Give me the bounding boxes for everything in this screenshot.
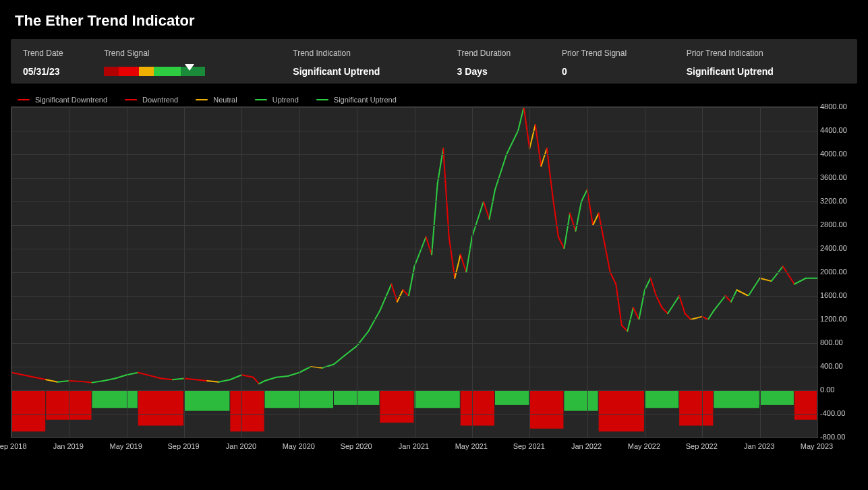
value-prior-indication: Significant Uptrend	[684, 65, 848, 78]
value-prior-signal: 0	[559, 65, 684, 78]
y-axis-tick-label: 4800.00	[820, 102, 847, 111]
x-axis-tick-label: Sep 2020	[341, 442, 372, 450]
svg-line-36	[196, 379, 207, 381]
svg-rect-0	[11, 390, 45, 431]
svg-rect-13	[564, 390, 598, 411]
svg-line-22	[34, 377, 46, 380]
svg-line-70	[495, 154, 507, 190]
svg-line-96	[656, 296, 662, 308]
svg-line-27	[92, 381, 104, 383]
legend-swatch	[196, 99, 208, 100]
svg-rect-12	[529, 390, 563, 429]
svg-rect-17	[714, 390, 759, 408]
col-header-prior-indication: Prior Trend Indication	[684, 46, 848, 65]
svg-line-64	[455, 255, 461, 278]
svg-line-73	[524, 107, 530, 148]
svg-line-82	[576, 202, 582, 231]
svg-line-25	[69, 381, 80, 381]
x-axis-tick-label: Jan 2019	[53, 442, 84, 450]
svg-line-95	[650, 278, 656, 296]
svg-line-52	[368, 311, 380, 332]
svg-line-88	[610, 272, 616, 284]
svg-line-76	[541, 148, 547, 166]
svg-line-20	[11, 373, 23, 375]
y-axis-tick-label: 400.00	[820, 362, 843, 370]
svg-line-105	[725, 296, 731, 302]
x-axis-tick-label: Sep 2019	[168, 442, 200, 450]
svg-rect-4	[184, 390, 229, 411]
svg-line-59	[426, 237, 432, 255]
svg-rect-16	[679, 390, 713, 426]
svg-line-104	[714, 296, 725, 311]
svg-line-80	[564, 214, 570, 249]
svg-line-98	[668, 296, 679, 313]
svg-line-53	[380, 284, 391, 311]
svg-line-24	[57, 381, 69, 382]
y-axis-tick-label: 1200.00	[820, 315, 847, 323]
col-header-trend-duration: Trend Duration	[455, 46, 559, 65]
svg-line-74	[529, 125, 536, 148]
legend-item: Significant Downtrend	[18, 96, 107, 104]
col-header-prior-signal: Prior Trend Signal	[559, 46, 684, 65]
chart-container: 4800.004400.004000.003600.003200.002800.…	[11, 106, 857, 457]
svg-line-33	[161, 379, 173, 380]
legend-label: Downtrend	[142, 96, 178, 104]
x-axis-tick-label: Jan 2021	[399, 442, 429, 450]
svg-line-45	[288, 373, 299, 376]
svg-line-86	[599, 214, 605, 243]
legend-item: Uptrend	[255, 96, 299, 104]
svg-line-69	[489, 190, 495, 220]
svg-line-51	[357, 332, 368, 346]
svg-line-57	[409, 266, 415, 296]
svg-rect-18	[760, 390, 794, 405]
y-axis-tick-label: 4400.00	[820, 126, 847, 134]
svg-line-85	[593, 214, 599, 226]
value-trend-signal	[101, 65, 290, 78]
svg-line-44	[277, 376, 288, 377]
legend-swatch	[18, 99, 30, 100]
svg-line-65	[461, 255, 467, 272]
svg-line-108	[749, 278, 760, 296]
svg-line-21	[23, 375, 34, 377]
svg-line-42	[259, 381, 265, 384]
svg-line-99	[679, 296, 685, 313]
svg-line-71	[507, 131, 518, 154]
svg-line-50	[345, 346, 357, 355]
svg-line-39	[230, 375, 241, 379]
chart-plot-area[interactable]	[11, 106, 818, 438]
x-axis-tick-label: May 2022	[628, 442, 660, 450]
svg-line-46	[299, 367, 311, 373]
svg-line-107	[737, 290, 749, 296]
x-axis-tick-label: Sep 2021	[513, 442, 545, 450]
x-axis-tick-label: Jan 2023	[744, 442, 774, 450]
svg-line-109	[760, 278, 772, 281]
svg-line-26	[80, 381, 92, 383]
svg-line-92	[633, 308, 639, 320]
y-axis-tick-label: 800.00	[820, 338, 843, 346]
svg-line-112	[794, 278, 806, 284]
legend-label: Uptrend	[272, 96, 299, 104]
svg-line-94	[645, 278, 651, 290]
x-axis-tick-label: Jan 2022	[571, 442, 602, 450]
y-axis-tick-label: 0.00	[820, 386, 834, 394]
y-axis-tick-label: 3600.00	[820, 173, 847, 181]
svg-line-100	[685, 313, 691, 319]
svg-rect-10	[461, 390, 494, 426]
x-axis-tick-label: May 2020	[283, 442, 315, 450]
y-axis-tick-label: 2800.00	[820, 220, 847, 228]
x-axis-tick-label: May 2021	[455, 442, 488, 450]
legend-swatch	[255, 99, 267, 100]
legend-label: Neutral	[213, 96, 237, 104]
svg-rect-5	[230, 390, 264, 431]
svg-line-81	[570, 214, 576, 231]
svg-line-68	[484, 202, 490, 219]
legend-item: Neutral	[196, 96, 237, 104]
svg-line-54	[391, 284, 397, 302]
y-axis-tick-label: -400.00	[820, 409, 845, 417]
legend-item: Downtrend	[125, 96, 178, 104]
signal-bar	[104, 67, 205, 76]
svg-line-77	[547, 148, 553, 195]
svg-line-49	[334, 355, 345, 365]
svg-line-67	[472, 202, 484, 237]
legend-label: Significant Downtrend	[35, 96, 107, 104]
